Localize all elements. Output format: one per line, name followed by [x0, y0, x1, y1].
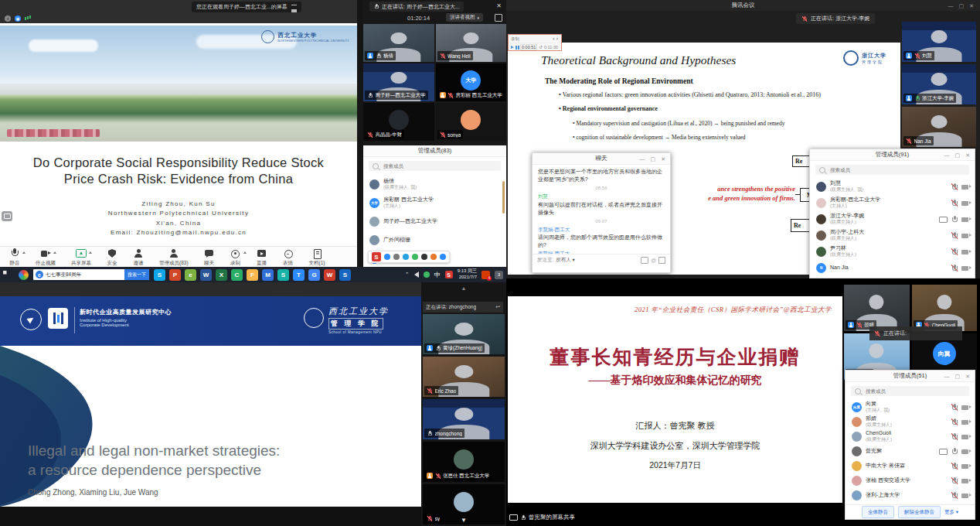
member-row[interactable]: ChenGuoli(联席主持人)	[846, 429, 975, 444]
mic-status-icon[interactable]	[951, 216, 958, 223]
more-button[interactable]: 更多 ▾	[944, 509, 958, 516]
toolbar-button[interactable]: 文档(1)	[309, 248, 325, 267]
member-row[interactable]: 中南大学 蒋佳霖	[846, 459, 975, 473]
minimize-icon[interactable]: —	[944, 374, 950, 379]
mic-status-icon[interactable]	[951, 492, 958, 499]
scroll-down-icon[interactable]: ▼	[421, 517, 506, 524]
camera-status-icon[interactable]	[961, 405, 968, 410]
unmute-all-button[interactable]: 解除全体静音	[898, 506, 941, 518]
mic-status-icon[interactable]	[951, 418, 958, 425]
close-icon[interactable]: ✕	[661, 156, 665, 162]
member-search[interactable]	[369, 161, 501, 171]
notification-badge-red[interactable]: 4	[481, 271, 490, 279]
video-tile[interactable]: ChenGuoli	[912, 285, 978, 331]
shortcut-icon[interactable]	[440, 254, 446, 260]
toolbar-button[interactable]: 聊天	[204, 248, 215, 267]
tray-green-icon[interactable]	[424, 272, 430, 278]
fullscreen-icon[interactable]	[495, 14, 502, 22]
reply-icon[interactable]: ↩	[495, 304, 500, 310]
maximize-icon[interactable]: ▢	[651, 156, 656, 162]
shortcut-icon[interactable]	[430, 254, 437, 260]
member-row[interactable]: 张利-上海大学	[846, 488, 975, 503]
ime-indicator[interactable]: 中	[434, 271, 441, 279]
camera-status-icon[interactable]	[961, 266, 968, 271]
video-tile[interactable]: 大学 房彩丽 西北工业大学	[436, 63, 507, 101]
toolbar-button[interactable]: 表情	[283, 248, 294, 267]
panel-scrollbar[interactable]	[502, 181, 505, 213]
toolbar-button[interactable]: 录制	[230, 248, 241, 267]
toolbar-button[interactable]: 管理成员(83)	[159, 248, 189, 267]
member-row[interactable]: 广外闫楷珊	[363, 231, 506, 249]
camera-status-icon[interactable]	[961, 234, 968, 238]
member-row[interactable]: 房彩丽-西北工业大学(主持人)	[810, 195, 975, 211]
info-icon[interactable]: i	[5, 15, 11, 22]
mic-status-icon[interactable]	[951, 448, 958, 455]
member-search-input[interactable]	[382, 162, 497, 169]
member-row[interactable]: 周子婷—西北工业大学	[363, 212, 506, 231]
member-row[interactable]: 曾宪聚	[846, 444, 975, 459]
app-swirl-icon[interactable]	[19, 270, 29, 280]
toolbar-button[interactable]: 停止视频	[36, 248, 56, 267]
tray-overflow-chevron[interactable]: ⌃	[405, 272, 410, 278]
chat-mention-icon[interactable]: @	[651, 258, 656, 263]
member-row[interactable]: 大学 房彩丽 西北工业大学(主持人)	[363, 193, 506, 212]
minimize-icon[interactable]: —	[948, 3, 954, 9]
mute-all-button[interactable]: 全体静音	[862, 506, 894, 518]
mic-status-icon[interactable]	[951, 265, 958, 272]
volume-icon[interactable]	[414, 272, 419, 278]
start-button[interactable]	[3, 271, 11, 278]
taskbar-app-icon[interactable]: S	[154, 269, 165, 281]
member-row[interactable]: 向翼 向翼(主持人, 我)	[846, 400, 975, 415]
shortcut-icon[interactable]	[384, 254, 390, 260]
taskbar-app-icon[interactable]: S	[277, 269, 289, 281]
close-icon[interactable]: ✕	[965, 152, 970, 158]
camera-status-icon[interactable]	[961, 185, 968, 190]
send-to-selector[interactable]: 所有人 ▾	[556, 257, 575, 264]
camera-status-icon[interactable]	[961, 217, 968, 222]
maximize-icon[interactable]: ▢	[955, 152, 961, 158]
video-tile[interactable]: 邵婧	[844, 285, 910, 331]
member-row[interactable]: 浙江大学-李婉(联席主持人)	[810, 211, 975, 227]
member-search[interactable]	[851, 386, 969, 396]
taskbar-app-icon[interactable]: W	[324, 269, 335, 281]
camera-status-icon[interactable]	[961, 494, 968, 498]
wps-icon[interactable]: S	[372, 252, 381, 261]
taskbar-app-icon[interactable]: S	[339, 269, 351, 281]
annotation-tool-button[interactable]	[2, 211, 12, 221]
video-tile[interactable]: sonya	[436, 103, 507, 141]
minimize-icon[interactable]: —	[640, 156, 645, 162]
chat-image-icon[interactable]	[641, 257, 648, 264]
taskbar-search-button[interactable]: 搜索一下	[124, 269, 149, 280]
video-tile[interactable]: 周子婷—西北工业大学	[363, 63, 434, 101]
mic-status-icon[interactable]	[951, 232, 958, 239]
mic-status-icon[interactable]	[951, 248, 958, 255]
close-icon[interactable]: ✕	[496, 3, 502, 9]
member-row[interactable]: 周小宇-上科大(联席主持人)	[810, 227, 975, 244]
taskbar-app-icon[interactable]: C	[231, 269, 243, 281]
scroll-up-icon[interactable]: ▲	[421, 282, 506, 291]
mic-status-icon[interactable]	[951, 200, 958, 207]
member-row[interactable]: 刘慧(联席主持人, 我)	[810, 179, 975, 195]
mic-status-icon[interactable]	[951, 433, 958, 440]
member-search-input[interactable]	[829, 166, 965, 173]
recording-widget[interactable]: 录制 ▾ ✕ 0:00:51 ↺ 0:11:30	[508, 34, 562, 51]
mic-status-icon[interactable]	[951, 404, 958, 411]
banner-menu-icon[interactable]	[291, 5, 297, 9]
close-icon[interactable]: ✕	[969, 3, 974, 9]
toolbar-button[interactable]: 邀请	[133, 248, 144, 267]
camera-status-icon[interactable]	[961, 435, 968, 439]
taskbar-clock[interactable]: 9:13 周三 2021/7/7	[458, 268, 477, 281]
camera-status-icon[interactable]	[961, 250, 968, 254]
member-search[interactable]	[815, 165, 969, 175]
settings-icon[interactable]: ✱	[15, 15, 21, 22]
taskbar-app-icon[interactable]: G	[308, 269, 320, 281]
member-search-input[interactable]	[864, 388, 965, 394]
taskbar-app-icon[interactable]: P	[169, 269, 181, 281]
taskbar-app-icon[interactable]: X	[216, 269, 227, 281]
video-tile[interactable]: Eric Zhao	[423, 357, 505, 397]
taskbar-app-icon[interactable]: T	[293, 269, 305, 281]
taskbar-app-icon[interactable]: e	[185, 269, 196, 281]
video-tile[interactable]: zhongchong	[423, 399, 505, 439]
record-pause-icon[interactable]	[516, 46, 517, 50]
record-reset-icon[interactable]: ↺	[539, 45, 543, 50]
